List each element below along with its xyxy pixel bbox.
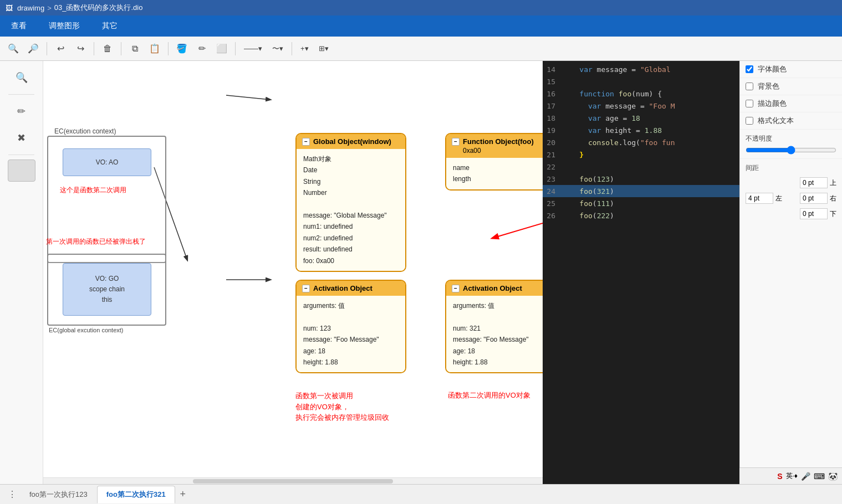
go-line-result: result: undefined <box>303 244 399 255</box>
prop-format-checkbox[interactable] <box>746 117 753 125</box>
code-line-26: 26 foo(222) <box>543 209 739 222</box>
ao2-title: Activation Object <box>463 284 522 292</box>
scrollbar-thumb[interactable] <box>193 479 392 484</box>
ao1-num: num: 123 <box>303 323 399 334</box>
fill-color-button[interactable]: 🪣 <box>173 40 191 58</box>
breadcrumb-parent[interactable]: drawimg <box>17 4 44 12</box>
line-color-button[interactable]: ✏ <box>193 40 211 58</box>
prop-bg-color-row: 背景色 <box>740 78 842 95</box>
code-line-21: 21 } <box>543 148 739 161</box>
ao1-title: Activation Object <box>313 284 372 292</box>
add-dropdown[interactable]: +▾ <box>297 42 313 55</box>
line-num-25: 25 <box>543 199 562 208</box>
vo-go-line1: VO: GO <box>95 274 119 284</box>
paste-button[interactable]: 📋 <box>146 40 164 58</box>
function-object-subtitle: 0xa00 <box>452 147 481 155</box>
prop-bg-color-checkbox[interactable] <box>746 83 753 90</box>
function-object-title: Function Object(foo) <box>463 137 534 146</box>
tab-foo-first[interactable]: foo第一次执行123 <box>20 486 97 503</box>
opacity-slider[interactable] <box>746 146 836 155</box>
line-content-22 <box>562 163 739 171</box>
spacing-top-label: 上 <box>830 178 836 188</box>
ao2-body: arguments: 值 num: 321 message: "Foo Mess… <box>446 296 543 372</box>
undo-button[interactable]: ↩ <box>52 40 69 58</box>
spacing-right-input[interactable] <box>800 193 828 204</box>
app-icon: 🖼 <box>6 4 13 12</box>
toolbar: 🔍 🔎 ↩ ↪ 🗑 ⧉ 📋 🪣 ✏ ⬜ ——▾ 〜▾ +▾ ⊞▾ <box>0 37 842 61</box>
sidebar-search[interactable]: 🔍 <box>9 65 34 90</box>
sogou-text: 英·♦ <box>786 471 798 481</box>
line-content-15 <box>562 78 739 86</box>
line-num-18: 18 <box>543 114 562 122</box>
line-num-24: 24 <box>543 187 562 196</box>
menu-view[interactable]: 查看 <box>6 18 32 34</box>
line-num-26: 26 <box>543 212 562 220</box>
ao1-header: − Activation Object <box>297 281 405 296</box>
ao1-collapse-btn[interactable]: − <box>302 285 310 292</box>
spacing-top-input[interactable] <box>800 177 828 188</box>
prop-font-color-row: 字体颜色 <box>740 61 842 78</box>
left-sidebar: 🔍 ✏ ✖ <box>0 61 43 484</box>
ao1-args: arguments: 值 <box>303 300 399 311</box>
code-line-24: 24 foo(321) <box>543 185 739 197</box>
canvas-area[interactable]: EC(excution context) EC(global excution … <box>43 61 543 484</box>
horizontal-scrollbar[interactable] <box>43 477 543 484</box>
go-line-string: String <box>303 176 399 187</box>
delete-button[interactable]: 🗑 <box>99 40 116 58</box>
table-dropdown[interactable]: ⊞▾ <box>315 42 333 55</box>
ao2-height: height: 1.88 <box>453 357 543 368</box>
waypoint-dropdown[interactable]: 〜▾ <box>268 41 287 56</box>
spacing-bottom-input[interactable] <box>800 208 828 219</box>
code-line-14: 14 var message = "Global <box>543 63 739 75</box>
go-line-math: Math对象 <box>303 153 399 164</box>
prop-spacing-bottom-row: 下 <box>740 206 842 222</box>
function-object-body: name length <box>446 158 543 189</box>
search-button[interactable]: 🔍 <box>4 40 22 58</box>
sidebar-pencil[interactable]: ✏ <box>9 99 34 124</box>
prop-format-row: 格式化文本 <box>740 112 842 130</box>
global-object-title: Global Object(window) <box>313 137 391 146</box>
connector-dropdown[interactable]: ——▾ <box>240 42 266 55</box>
code-content: 14 var message = "Global 15 16 function … <box>543 61 739 224</box>
code-line-23: 23 foo(123) <box>543 173 739 185</box>
func-collapse-btn[interactable]: − <box>452 138 460 146</box>
prop-stroke-color-checkbox[interactable] <box>746 100 753 107</box>
zoom-in-button[interactable]: 🔎 <box>24 40 42 58</box>
breadcrumb-separator: > <box>47 4 52 12</box>
tab-foo-second[interactable]: foo第二次执行321 <box>97 486 175 503</box>
go-line-num2: num2: undefined <box>303 233 399 244</box>
redo-button[interactable]: ↪ <box>72 40 89 58</box>
prop-bg-color-label: 背景色 <box>758 81 836 91</box>
global-object-body: Math对象 Date String Number message: "Glob… <box>297 149 405 271</box>
shape-button[interactable]: ⬜ <box>213 40 231 58</box>
toolbar-sep-3 <box>121 42 121 55</box>
sidebar-sep-2 <box>8 155 34 155</box>
annotation-vo2: 函数第二次调用的VO对象 <box>448 390 530 400</box>
breadcrumb: drawimg > 03_函数代码的多次执行.dio <box>17 3 142 13</box>
ao2-blank <box>453 311 543 322</box>
global-collapse-btn[interactable]: − <box>302 138 310 146</box>
menu-adjust[interactable]: 调整图形 <box>43 18 85 34</box>
menu-other[interactable]: 其它 <box>96 18 123 34</box>
prop-font-color-checkbox[interactable] <box>746 65 753 73</box>
sogou-mic: 🎤 <box>801 472 810 481</box>
sidebar-cursor[interactable]: ✖ <box>9 126 34 150</box>
main-area: 🔍 ✏ ✖ EC(excution co <box>0 61 842 484</box>
line-content-20: console.log("foo fun <box>562 138 739 147</box>
ao2-args: arguments: 值 <box>453 300 543 311</box>
activation-object-1-node: − Activation Object arguments: 值 num: 12… <box>295 280 406 373</box>
tab-add-btn[interactable]: + <box>175 487 191 502</box>
go-line-message: message: "Global Message" <box>303 210 399 221</box>
ec-global-label: EC(global excution context) <box>49 327 124 333</box>
spacing-left-input[interactable] <box>746 193 773 204</box>
ao2-collapse-btn[interactable]: − <box>452 285 460 292</box>
toolbar-sep-4 <box>168 42 169 55</box>
prop-opacity-section: 不透明度 <box>740 130 842 159</box>
tab-menu-btn[interactable]: ⋮ <box>4 489 20 500</box>
sogou-toolbar: S 英·♦ 🎤 ⌨ 🐼 <box>739 467 842 484</box>
line-content-21: } <box>562 151 739 159</box>
global-object-node: − Global Object(window) Math对象 Date Stri… <box>295 133 406 272</box>
copy-button[interactable]: ⧉ <box>126 40 144 58</box>
line-num-17: 17 <box>543 102 562 110</box>
prop-spacing-top-row: 上 <box>740 175 842 191</box>
